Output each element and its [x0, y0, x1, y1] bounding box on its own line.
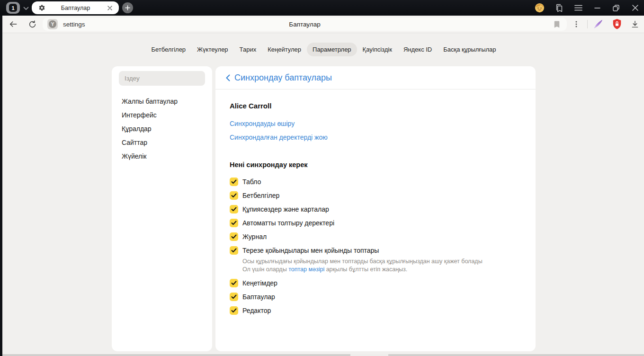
tab-groups-menu-link[interactable]: топтар мәзірі: [288, 266, 324, 273]
sync-checkbox-row-extensions[interactable]: Кеңетімдер: [230, 276, 521, 290]
delete-synced-data-link[interactable]: Синхрондалған деректерді жою: [230, 130, 328, 144]
yandex-favicon: Y: [49, 20, 56, 28]
checkbox[interactable]: [230, 279, 238, 287]
address-text: settings: [63, 21, 85, 28]
bookmark-button[interactable]: [552, 19, 562, 29]
protect-shield-icon: [612, 18, 622, 30]
checkbox-label: Терезе қойындылары мен қойынды топтары: [242, 247, 379, 254]
reload-button[interactable]: [24, 16, 41, 33]
window-restore-button[interactable]: [607, 0, 626, 16]
menu-icon: [574, 5, 582, 11]
checkbox-label: Журнал: [242, 233, 267, 240]
sync-checkbox-row-bookmarks[interactable]: Бетбелгілер: [230, 188, 521, 202]
checkbox[interactable]: [230, 219, 238, 227]
tab-extensions[interactable]: Кеңейтулер: [262, 43, 307, 56]
checkbox[interactable]: [230, 191, 238, 200]
tabs-sync-note: Осы құрылғыдағы қойындылар мен топтарды …: [242, 258, 521, 274]
tab-settings[interactable]: Параметрлер: [307, 43, 357, 56]
browser-toolbar: Y settings Баптаулар: [0, 16, 644, 33]
checkbox[interactable]: [230, 178, 238, 186]
sync-checkbox-row-settings[interactable]: Баптаулар: [230, 290, 521, 303]
checkbox-label: Кеңетімдер: [242, 279, 277, 287]
profile-button[interactable]: [530, 0, 549, 16]
settings-nav: Бетбелгілер Жүктеулер Тарих Кеңейтулер П…: [112, 43, 536, 56]
sync-checkbox-row-tableau[interactable]: Табло: [230, 175, 521, 188]
tab-counter-button[interactable]: 1: [6, 2, 20, 14]
checkbox[interactable]: [230, 306, 238, 315]
kebab-menu-icon: [572, 20, 580, 28]
window-minimize-button[interactable]: [588, 0, 607, 16]
checkbox-label: Табло: [242, 178, 261, 186]
sync-checkbox-row-editor[interactable]: Редактор: [230, 303, 521, 317]
collections-button[interactable]: [550, 0, 569, 16]
sidebar-item-sites[interactable]: Сайттар: [112, 135, 212, 149]
tab-counter: 1: [9, 4, 17, 12]
tab-title: Баптаулар: [45, 5, 106, 11]
checkbox-label: Автоматты толтыру деректері: [242, 219, 334, 227]
checkbox[interactable]: [230, 232, 238, 241]
checkbox[interactable]: [230, 246, 238, 255]
note-line1: Осы құрылғыдағы қойындылар мен топтарды …: [242, 258, 483, 265]
sidebar-item-general[interactable]: Жалпы баптаулар: [112, 94, 212, 108]
tab-close-button[interactable]: [106, 4, 114, 12]
scrollbar-gap: [350, 354, 388, 356]
minimize-icon: [594, 8, 600, 9]
feather-icon: [592, 18, 604, 30]
protect-button[interactable]: [608, 16, 626, 33]
sidebar-item-system[interactable]: Жүйелік: [112, 149, 212, 163]
account-name: Alice Carroll: [230, 102, 521, 110]
window-left-edge: [0, 16, 2, 356]
downloads-button[interactable]: [626, 16, 644, 33]
checkbox-label: Баптаулар: [242, 293, 275, 301]
checkbox-label: Бетбелгілер: [242, 192, 279, 199]
site-icon: Y: [47, 19, 58, 29]
sidebar-item-interface[interactable]: Интерфейс: [112, 108, 212, 122]
checkbox[interactable]: [230, 205, 238, 214]
plus-icon: [125, 5, 130, 10]
new-tab-button[interactable]: [122, 2, 133, 13]
back-button[interactable]: [5, 16, 22, 33]
disable-sync-link[interactable]: Синхрондауды өшіру: [230, 116, 295, 130]
browser-tab-settings[interactable]: Баптаулар: [32, 1, 119, 14]
download-icon: [631, 20, 639, 28]
page-title: Синхрондау баптаулары: [234, 73, 332, 83]
settings-sidebar: Жалпы баптаулар Интерфейс Құралдар Сайтт…: [112, 66, 212, 351]
sync-settings-panel: Синхрондау баптаулары Alice Carroll Синх…: [215, 66, 536, 351]
search-input[interactable]: [119, 75, 205, 82]
note-line2-pre: Ол үшін оларды: [242, 266, 288, 273]
note-line2-post: арқылы бұлтты етіп жасаңыз.: [324, 266, 407, 273]
search-box: [119, 71, 205, 86]
tab-yandex-id[interactable]: Яндекс ID: [398, 43, 438, 56]
restore-icon: [613, 5, 619, 11]
sync-checkbox-row-tabs[interactable]: Терезе қойындылары мен қойынды топтары: [230, 243, 521, 257]
browser-menu-button[interactable]: [569, 0, 588, 16]
window-close-button[interactable]: [626, 0, 644, 16]
back-to-settings-button[interactable]: [223, 71, 233, 84]
sync-settings-header: Синхрондау баптаулары: [215, 66, 536, 89]
page-actions-menu-button[interactable]: [568, 16, 585, 33]
tab-bar: 1 Баптаулар: [0, 0, 644, 16]
tab-bookmarks[interactable]: Бетбелгілер: [145, 43, 191, 56]
feather-extension-button[interactable]: [590, 16, 607, 33]
tab-security[interactable]: Қауіпсіздік: [357, 43, 398, 56]
sync-checkbox-row-passwords[interactable]: Құпиясөздер және карталар: [230, 202, 521, 216]
horizontal-scrollbar[interactable]: [0, 354, 644, 356]
collections-icon: [555, 3, 564, 13]
gear-icon: [38, 4, 45, 11]
address-bar[interactable]: Y settings Баптаулар: [43, 18, 567, 31]
checkbox-label: Құпиясөздер және карталар: [242, 205, 329, 213]
omnibox-page-title: Баптаулар: [43, 21, 567, 28]
tab-history[interactable]: Тарих: [234, 43, 262, 56]
tab-downloads[interactable]: Жүктеулер: [191, 43, 234, 56]
checkbox[interactable]: [230, 293, 238, 301]
bookmark-icon: [554, 20, 560, 28]
section-title: Нені синхрондау керек: [230, 161, 521, 169]
back-icon: [9, 19, 18, 29]
sync-checkbox-row-autofill[interactable]: Автоматты толтыру деректері: [230, 216, 521, 230]
avatar: [535, 3, 545, 13]
tab-other-devices[interactable]: Басқа құрылғылар: [438, 43, 501, 56]
sidebar-item-tools[interactable]: Құралдар: [112, 122, 212, 135]
tab-list-dropdown-button[interactable]: [20, 2, 32, 14]
reload-icon: [28, 20, 37, 29]
sync-checkbox-row-history[interactable]: Журнал: [230, 230, 521, 243]
